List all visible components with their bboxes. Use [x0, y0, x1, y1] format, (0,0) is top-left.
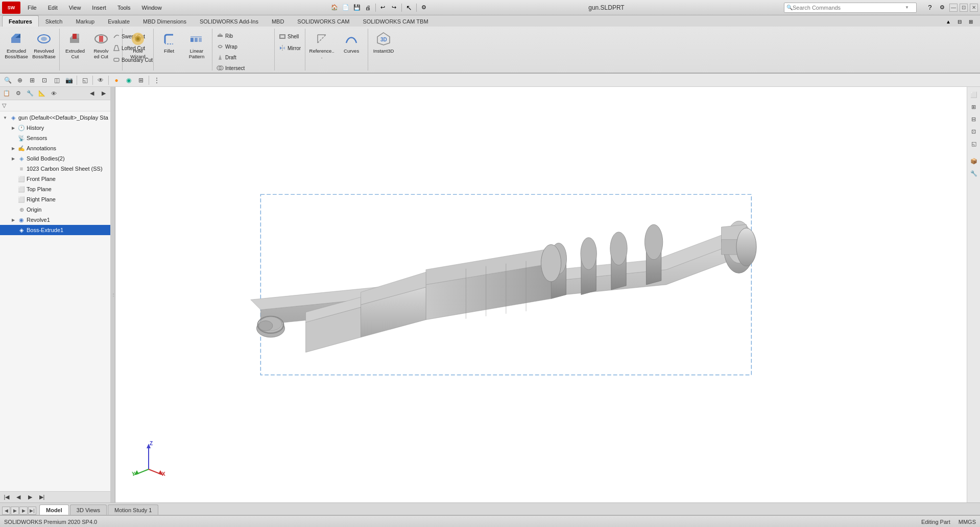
tree-expand-annotations[interactable]: ▶ [10, 145, 16, 151]
menu-insert[interactable]: Insert [88, 4, 110, 12]
rp-view5[interactable]: ◱ [968, 138, 979, 149]
qa-options[interactable]: ⚙ [419, 3, 429, 13]
vt-display-style[interactable]: ◱ [79, 75, 90, 86]
qa-undo[interactable]: ↩ [378, 3, 388, 13]
tab-solidworks-cam[interactable]: SOLIDWORKS CAM [291, 15, 356, 27]
vt-section-view[interactable]: ◫ [51, 75, 62, 86]
tab-motion-study[interactable]: Motion Study 1 [108, 505, 158, 515]
tab-sketch[interactable]: Sketch [39, 15, 69, 27]
tab-scroll-right1[interactable]: ▶ [11, 507, 19, 515]
tree-item-right-plane[interactable]: ⬜ Right Plane [0, 194, 110, 204]
rp-task1[interactable]: 📦 [968, 155, 979, 167]
vt-view-camera[interactable]: 📷 [63, 75, 75, 86]
rp-view1[interactable]: ⬜ [968, 89, 979, 100]
tab-solidworks-addins[interactable]: SOLIDWORKS Add-Ins [193, 15, 265, 27]
tree-item-revolve1[interactable]: ▶ ◉ Revolve1 [0, 215, 110, 225]
instant3d-btn[interactable]: 3D Instant3D [370, 29, 397, 68]
tree-item-front-plane[interactable]: ⬜ Front Plane [0, 174, 110, 184]
property-manager-btn[interactable]: ⚙ [13, 88, 24, 99]
qa-redo[interactable]: ↪ [389, 3, 399, 13]
vt-display-options[interactable]: ⋮ [151, 75, 162, 86]
hole-wizard-btn[interactable]: Hole Wizard [125, 29, 151, 68]
menu-window[interactable]: Window [138, 4, 166, 12]
extruded-boss-btn[interactable]: Extruded Boss/Base [3, 29, 30, 68]
restore-btn[interactable]: ⊡ [960, 4, 968, 12]
tab-solidworks-cam-tbm[interactable]: SOLIDWORKS CAM TBM [356, 15, 435, 27]
tree-expand-history[interactable]: ▶ [10, 125, 16, 131]
vt-zoom-select[interactable]: ⊕ [14, 75, 26, 86]
qa-new[interactable]: 🏠 [329, 3, 340, 13]
tab-markup[interactable]: Markup [69, 15, 102, 27]
nav-next[interactable]: ▶ [25, 492, 36, 502]
tab-features[interactable]: Features [2, 15, 39, 27]
menu-tools[interactable]: Tools [113, 4, 135, 12]
tree-item-boss-extrude1[interactable]: ◈ Boss-Extrude1 [0, 225, 110, 235]
sidebar-collapse-handle[interactable]: ⋮ [111, 87, 115, 502]
nav-start[interactable]: |◀ [1, 492, 12, 502]
tab-scroll-right2[interactable]: ▶ [19, 507, 28, 515]
tab-scroll-left[interactable]: ◀ [2, 507, 10, 515]
tree-item-history[interactable]: ▶ 🕐 History [0, 123, 110, 133]
nav-prev[interactable]: ◀ [13, 492, 24, 502]
sidebar-expand-left[interactable]: ◀ [86, 88, 98, 99]
fillet-btn[interactable]: Fillet [156, 29, 182, 68]
linear-pattern-btn[interactable]: Linear Pattern [183, 29, 210, 68]
menu-view[interactable]: View [65, 4, 85, 12]
minimize-btn[interactable]: — [949, 4, 958, 12]
tab-mbd[interactable]: MBD [265, 15, 291, 27]
rp-task2[interactable]: 🔧 [968, 168, 979, 179]
qa-cursor[interactable]: ↖ [404, 3, 414, 13]
settings-icon[interactable]: ⚙ [937, 3, 947, 13]
vt-zoom-sheet[interactable]: ⊞ [27, 75, 38, 86]
tab-3d-views[interactable]: 3D Views [70, 505, 107, 515]
feature-manager-btn[interactable]: 📋 [1, 88, 12, 99]
tree-item-material[interactable]: ≡ 1023 Carbon Steel Sheet (SS) [0, 164, 110, 174]
wrap-btn[interactable]: Wrap [214, 41, 247, 52]
search-input[interactable] [793, 5, 905, 11]
mirror-btn[interactable]: Mirror [277, 42, 303, 54]
intersect-btn[interactable]: Intersect [214, 63, 247, 73]
tab-evaluate[interactable]: Evaluate [101, 15, 136, 27]
rp-view3[interactable]: ⊟ [968, 113, 979, 125]
vt-zoom-fit[interactable]: 🔍 [2, 75, 13, 86]
nav-end[interactable]: ▶| [36, 492, 47, 502]
tree-expand-solid-bodies[interactable]: ▶ [10, 155, 16, 162]
tree-expand-root[interactable]: ▼ [2, 114, 8, 121]
ribbon-collapse[interactable]: ▲ [943, 16, 953, 27]
qa-open[interactable]: 📄 [341, 3, 351, 13]
ribbon-dock[interactable]: ⊟ [954, 16, 965, 27]
display-manager-btn[interactable]: 👁 [48, 88, 59, 99]
tab-scroll-end[interactable]: ▶| [28, 507, 36, 515]
menu-edit[interactable]: Edit [44, 4, 62, 12]
tree-item-annotations[interactable]: ▶ ✍ Annotations [0, 143, 110, 153]
rib-btn[interactable]: Rib [214, 31, 247, 41]
draft-btn[interactable]: Draft [214, 52, 247, 62]
menu-file[interactable]: File [23, 4, 41, 12]
qa-print[interactable]: 🖨 [363, 3, 373, 13]
sidebar-expand-right[interactable]: ▶ [98, 88, 109, 99]
canvas-area[interactable]: Z X Y [115, 87, 967, 502]
tree-item-solid-bodies[interactable]: ▶ ◈ Solid Bodies(2) [0, 153, 110, 164]
vt-view-palette[interactable]: ⊞ [135, 75, 147, 86]
vt-scene[interactable]: ◉ [123, 75, 134, 86]
extruded-cut-btn[interactable]: Extruded Cut [62, 29, 88, 68]
search-bar[interactable]: 🔍 ▼ [784, 3, 917, 13]
search-dropdown-icon[interactable]: ▼ [905, 5, 909, 10]
qa-save[interactable]: 💾 [352, 3, 362, 13]
ribbon-float[interactable]: ⊞ [966, 16, 976, 27]
reference-btn[interactable]: Reference... [307, 29, 336, 68]
shell-btn[interactable]: Shell [277, 31, 303, 42]
rp-view4[interactable]: ⊡ [968, 126, 979, 137]
revolved-boss-btn[interactable]: Revolved Boss/Base [31, 29, 57, 68]
tab-model[interactable]: Model [39, 505, 69, 515]
curves-btn[interactable]: Curves [337, 29, 366, 68]
close-btn[interactable]: ✕ [970, 4, 978, 12]
vt-edit-appearance[interactable]: ● [111, 75, 122, 86]
tree-item-origin[interactable]: ⊕ Origin [0, 204, 110, 215]
tab-mbd-dimensions[interactable]: MBD Dimensions [136, 15, 193, 27]
tree-item-root[interactable]: ▼ ◈ gun (Default<<Default>_Display Sta [0, 112, 110, 123]
tree-item-top-plane[interactable]: ⬜ Top Plane [0, 184, 110, 194]
dim-expert-btn[interactable]: 📐 [36, 88, 47, 99]
help-icon[interactable]: ? [925, 3, 935, 13]
vt-view-orient[interactable]: ⊡ [39, 75, 50, 86]
